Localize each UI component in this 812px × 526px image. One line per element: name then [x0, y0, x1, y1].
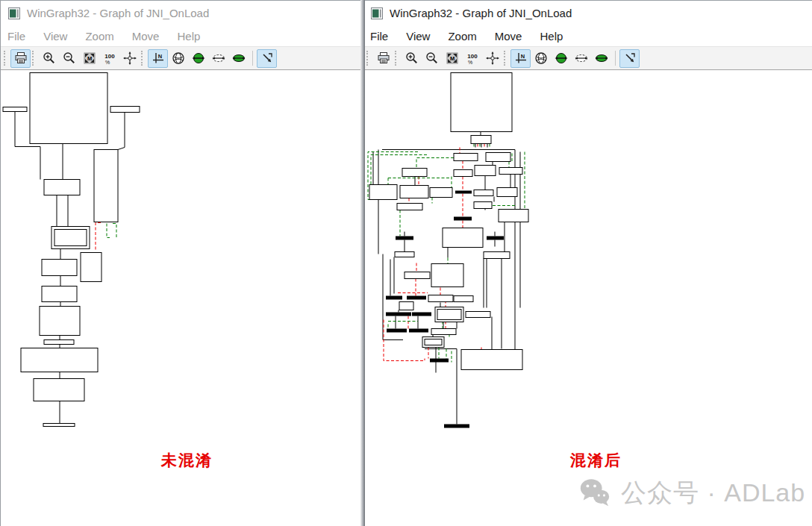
toolbar-separator	[615, 51, 616, 66]
layout-spring-button[interactable]	[551, 49, 571, 68]
green-ellipse-arrows-icon	[594, 51, 609, 66]
wingraph-window-left: WinGraph32 - Graph of JNI_OnLoad File Vi…	[0, 0, 364, 526]
graph-canvas[interactable]: 混淆后 公众号 · ADLab	[363, 71, 812, 526]
toolbar	[363, 47, 812, 70]
zoom-100-icon	[102, 51, 117, 66]
menu-help[interactable]: Help	[177, 30, 200, 43]
zoom-fit-button[interactable]	[79, 49, 99, 68]
center-icon	[485, 51, 500, 66]
graph-canvas[interactable]: 未混淆	[1, 71, 364, 526]
window-title: WinGraph32 - Graph of JNI_OnLoad	[390, 7, 572, 19]
layout-circular-button[interactable]	[531, 49, 551, 68]
zoom-out-button[interactable]	[59, 49, 79, 68]
center-graph-button[interactable]	[119, 49, 140, 68]
edge-arrow-icon	[622, 51, 637, 66]
toolbar-grip	[4, 51, 7, 66]
center-graph-button[interactable]	[482, 49, 502, 68]
caption-obfuscated: 混淆后	[570, 450, 622, 471]
layout-circular-button[interactable]	[168, 49, 188, 68]
menu-move[interactable]: Move	[132, 30, 160, 43]
watermark-text: 公众号 · ADLab	[621, 476, 805, 510]
wingraph-window-right: WinGraph32 - Graph of JNI_OnLoad File Vi…	[363, 0, 812, 526]
edge-routing-button[interactable]	[619, 49, 640, 68]
app-icon	[8, 7, 20, 19]
menubar: File View Zoom Move Help	[1, 25, 364, 47]
print-button[interactable]	[373, 49, 393, 68]
zoom-fit-icon	[82, 51, 97, 66]
menubar: File View Zoom Move Help	[363, 25, 812, 47]
green-sphere-arrows-icon	[191, 51, 206, 66]
layout-hierarchic-button[interactable]	[208, 49, 228, 68]
dashed-ellipse-arrows-icon	[574, 51, 589, 66]
toolbar-grip	[504, 51, 508, 66]
zoom-in-icon	[405, 51, 419, 66]
menu-file[interactable]: File	[7, 30, 25, 43]
toolbar-grip	[141, 51, 145, 66]
titlebar[interactable]: WinGraph32 - Graph of JNI_OnLoad	[1, 1, 364, 25]
toolbar	[1, 47, 364, 70]
zoom-in-button[interactable]	[402, 49, 422, 68]
menu-zoom[interactable]: Zoom	[85, 30, 113, 43]
center-icon	[122, 51, 137, 66]
layout-spring-button[interactable]	[188, 49, 208, 68]
window-title: WinGraph32 - Graph of JNI_OnLoad	[27, 7, 209, 19]
zoom-out-button[interactable]	[422, 49, 442, 68]
axis-n-icon	[151, 51, 166, 66]
globe-icon	[534, 51, 549, 66]
printer-icon	[376, 51, 391, 66]
layout-orthogonal-button[interactable]	[228, 49, 249, 68]
globe-icon	[171, 51, 186, 66]
zoom-fit-button[interactable]	[442, 49, 462, 68]
zoom-out-icon	[62, 51, 77, 66]
axis-n-icon	[513, 51, 528, 66]
toolbar-grip	[366, 51, 370, 66]
toolbar-grip	[395, 51, 399, 66]
caption-unobfuscated: 未混淆	[161, 450, 213, 471]
wechat-icon	[578, 476, 612, 510]
watermark: 公众号 · ADLab	[578, 476, 805, 510]
green-sphere-arrows-icon	[554, 51, 569, 66]
toolbar-separator	[252, 51, 253, 66]
app-icon	[371, 7, 383, 19]
menu-help[interactable]: Help	[540, 30, 563, 43]
zoom-in-button[interactable]	[39, 49, 59, 68]
menu-move[interactable]: Move	[495, 30, 522, 43]
window-edge-divider	[360, 0, 365, 526]
menu-file[interactable]: File	[370, 30, 388, 43]
edge-routing-button[interactable]	[257, 49, 277, 68]
zoom-out-icon	[425, 51, 440, 66]
zoom-100-icon	[465, 51, 480, 66]
menu-zoom[interactable]: Zoom	[448, 30, 476, 43]
zoom-in-icon	[42, 51, 57, 66]
screenshot-root: WinGraph32 - Graph of JNI_OnLoad File Vi…	[0, 0, 812, 526]
menu-view[interactable]: View	[43, 30, 67, 43]
zoom-100-button[interactable]	[462, 49, 482, 68]
layout-normal-button[interactable]	[510, 49, 531, 68]
print-button[interactable]	[10, 49, 31, 68]
layout-orthogonal-button[interactable]	[591, 49, 611, 68]
zoom-100-button[interactable]	[99, 49, 119, 68]
printer-icon	[13, 51, 28, 66]
zoom-fit-icon	[445, 51, 460, 66]
titlebar[interactable]: WinGraph32 - Graph of JNI_OnLoad	[363, 1, 812, 25]
edge-arrow-icon	[260, 51, 275, 66]
menu-view[interactable]: View	[406, 30, 430, 43]
layout-hierarchic-button[interactable]	[571, 49, 591, 68]
dashed-ellipse-arrows-icon	[211, 51, 226, 66]
layout-normal-button[interactable]	[148, 49, 168, 68]
toolbar-grip	[32, 51, 36, 66]
green-ellipse-arrows-icon	[231, 51, 246, 66]
